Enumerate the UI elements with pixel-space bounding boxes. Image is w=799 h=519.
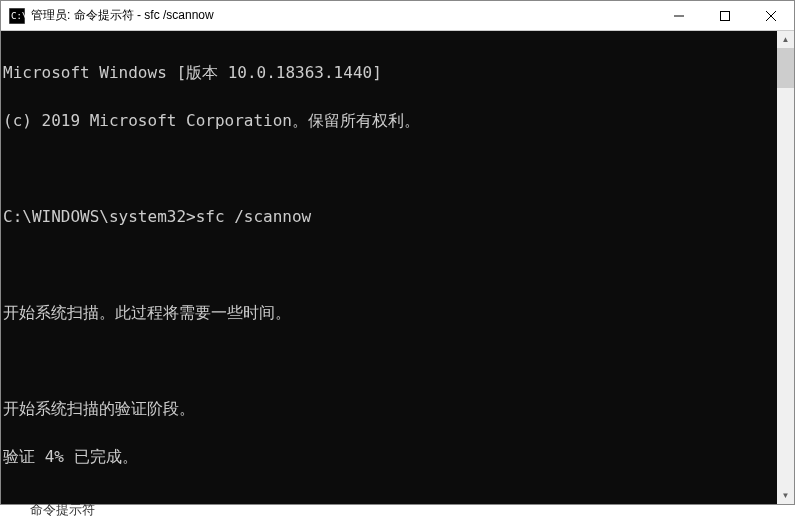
terminal-line: 开始系统扫描。此过程将需要一些时间。 <box>3 305 777 321</box>
terminal-line: C:\WINDOWS\system32>sfc /scannow <box>3 209 777 225</box>
close-button[interactable] <box>748 1 794 31</box>
terminal-area: Microsoft Windows [版本 10.0.18363.1440] (… <box>1 31 794 504</box>
cmd-icon: C:\ <box>9 8 25 24</box>
terminal-line <box>3 353 777 369</box>
terminal-line <box>3 161 777 177</box>
terminal-line: 验证 4% 已完成。 <box>3 449 777 465</box>
terminal-line: Microsoft Windows [版本 10.0.18363.1440] <box>3 65 777 81</box>
vertical-scrollbar[interactable]: ▲ ▼ <box>777 31 794 504</box>
scroll-down-arrow-icon[interactable]: ▼ <box>777 487 794 504</box>
terminal-line: 开始系统扫描的验证阶段。 <box>3 401 777 417</box>
terminal-output[interactable]: Microsoft Windows [版本 10.0.18363.1440] (… <box>1 31 777 504</box>
command-prompt-window: C:\ 管理员: 命令提示符 - sfc /scannow Microsoft … <box>0 0 795 505</box>
background-text-fragment: 命令提示符 <box>30 501 95 519</box>
scroll-up-arrow-icon[interactable]: ▲ <box>777 31 794 48</box>
svg-text:C:\: C:\ <box>11 11 25 21</box>
titlebar[interactable]: C:\ 管理员: 命令提示符 - sfc /scannow <box>1 1 794 31</box>
maximize-button[interactable] <box>702 1 748 31</box>
window-controls <box>656 1 794 30</box>
svg-rect-3 <box>721 12 730 21</box>
minimize-button[interactable] <box>656 1 702 31</box>
window-title: 管理员: 命令提示符 - sfc /scannow <box>31 7 656 24</box>
scrollbar-thumb[interactable] <box>777 48 794 88</box>
terminal-line: (c) 2019 Microsoft Corporation。保留所有权利。 <box>3 113 777 129</box>
terminal-line <box>3 257 777 273</box>
